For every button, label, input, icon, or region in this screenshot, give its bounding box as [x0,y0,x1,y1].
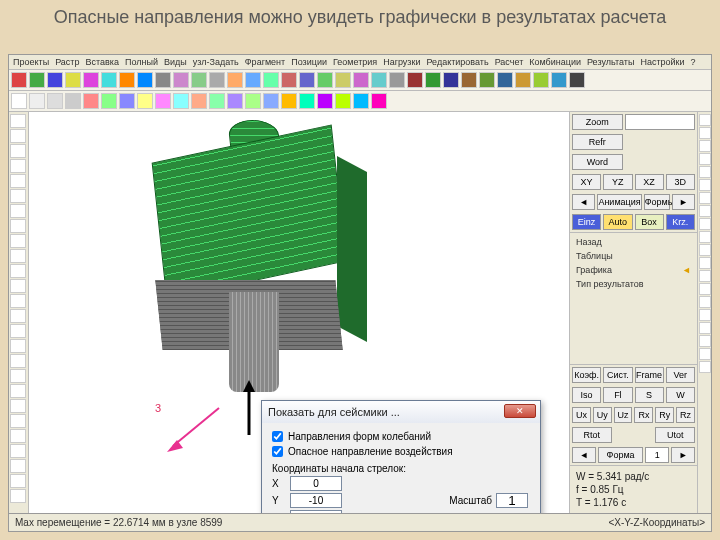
opt-S[interactable]: S [635,387,664,403]
toolbar-button[interactable] [119,93,135,109]
forma-prev[interactable]: ◄ [572,447,596,463]
far-tool[interactable] [699,114,711,126]
toolbar-button[interactable] [29,93,45,109]
forma-number[interactable]: 1 [645,447,669,463]
toolbar-button[interactable] [371,93,387,109]
menu-Проекты[interactable]: Проекты [13,57,49,67]
toolbar-button[interactable] [281,72,297,88]
menu-Расчет[interactable]: Расчет [495,57,524,67]
toolbar-button[interactable] [515,72,531,88]
anim-next[interactable]: ► [672,194,695,210]
far-tool[interactable] [699,309,711,321]
toolbar-button[interactable] [443,72,459,88]
left-tool[interactable] [10,339,26,353]
toolbar-button[interactable] [227,93,243,109]
toolbar-button[interactable] [29,72,45,88]
chk-mode-directions-box[interactable] [272,431,283,442]
animation-button[interactable]: Анимация [597,194,642,210]
left-tool[interactable] [10,459,26,473]
opt-Rz[interactable]: Rz [676,407,695,423]
x-input[interactable] [290,476,342,491]
far-tool[interactable] [699,231,711,243]
view-xy[interactable]: XY [572,174,601,190]
far-tool[interactable] [699,335,711,347]
toolbar-button[interactable] [11,72,27,88]
left-tool[interactable] [10,189,26,203]
opt-Коэф.[interactable]: Коэф. [572,367,601,383]
toolbar-button[interactable] [479,72,495,88]
forms-button[interactable]: Формы [644,194,670,210]
far-tool[interactable] [699,244,711,256]
toolbar-button[interactable] [533,72,549,88]
toolbar-button[interactable] [137,93,153,109]
opt-Сист.[interactable]: Сист. [603,367,632,383]
toolbar-button[interactable] [317,93,333,109]
menu-Растр[interactable]: Растр [55,57,79,67]
toolbar-button[interactable] [353,93,369,109]
menu-tables[interactable]: Таблицы [576,251,691,261]
far-tool[interactable] [699,153,711,165]
anim-prev[interactable]: ◄ [572,194,595,210]
far-tool[interactable] [699,140,711,152]
left-tool[interactable] [10,324,26,338]
menu-узл-Задать[interactable]: узл-Задать [193,57,239,67]
far-tool[interactable] [699,322,711,334]
toolbar-button[interactable] [461,72,477,88]
toolbar-button[interactable] [317,72,333,88]
toolbar-button[interactable] [371,72,387,88]
toolbar-button[interactable] [101,93,117,109]
opt-Rtot[interactable]: Rtot [572,427,612,443]
far-tool[interactable] [699,257,711,269]
toolbar-button[interactable] [119,72,135,88]
toolbar-button[interactable] [353,72,369,88]
left-tool[interactable] [10,174,26,188]
opt-Ux[interactable]: Ux [572,407,591,423]
menu-Комбинации[interactable]: Комбинации [529,57,581,67]
left-tool[interactable] [10,159,26,173]
menu-Геометрия[interactable]: Геометрия [333,57,377,67]
dialog-titlebar[interactable]: Показать для сейсмики ... ✕ [262,401,540,423]
zoom-button[interactable]: Zoom [572,114,623,130]
toolbar-button[interactable] [83,93,99,109]
left-tool[interactable] [10,129,26,143]
toolbar-button[interactable] [263,72,279,88]
toolbar-button[interactable] [551,72,567,88]
view-3d[interactable]: 3D [666,174,695,190]
left-tool[interactable] [10,234,26,248]
toolbar-button[interactable] [335,72,351,88]
left-tool[interactable] [10,384,26,398]
opt-Rx[interactable]: Rx [634,407,653,423]
opt-Ver[interactable]: Ver [666,367,695,383]
view-yz[interactable]: YZ [603,174,632,190]
far-tool[interactable] [699,127,711,139]
toolbar-button[interactable] [299,93,315,109]
opt-Uy[interactable]: Uy [593,407,612,423]
far-tool[interactable] [699,179,711,191]
left-tool[interactable] [10,474,26,488]
toolbar-button[interactable] [137,72,153,88]
toolbar-button[interactable] [173,72,189,88]
left-tool[interactable] [10,204,26,218]
chk-danger-direction[interactable]: Опасное направление воздействия [272,446,530,457]
left-tool[interactable] [10,489,26,503]
far-tool[interactable] [699,192,711,204]
far-tool[interactable] [699,166,711,178]
toolbar-button[interactable] [497,72,513,88]
left-tool[interactable] [10,219,26,233]
toolbar-button[interactable] [155,72,171,88]
left-tool[interactable] [10,369,26,383]
left-tool[interactable] [10,264,26,278]
refresh-button[interactable]: Refr [572,134,623,150]
opt-Utot[interactable]: Utot [655,427,695,443]
toolbar-button[interactable] [245,93,261,109]
toolbar-button[interactable] [191,72,207,88]
close-icon[interactable]: ✕ [504,404,536,418]
toolbar-button[interactable] [335,93,351,109]
left-tool[interactable] [10,354,26,368]
left-tool[interactable] [10,249,26,263]
toolbar-button[interactable] [209,93,225,109]
3d-viewport[interactable]: 3 Показать для сейсмики ... ✕ Направлени… [29,112,569,513]
left-tool[interactable] [10,114,26,128]
auto-button[interactable]: Auto [603,214,632,230]
opt-Frame[interactable]: Frame [635,367,664,383]
